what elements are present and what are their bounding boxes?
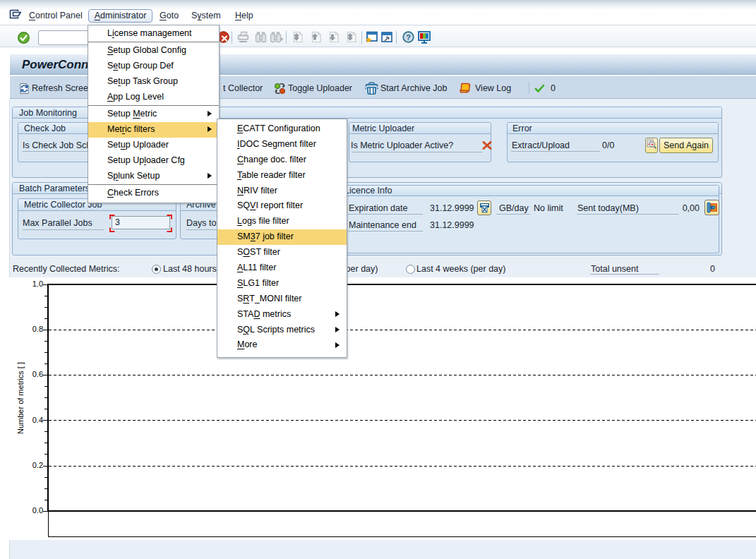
svg-text:?: ? xyxy=(406,33,411,42)
